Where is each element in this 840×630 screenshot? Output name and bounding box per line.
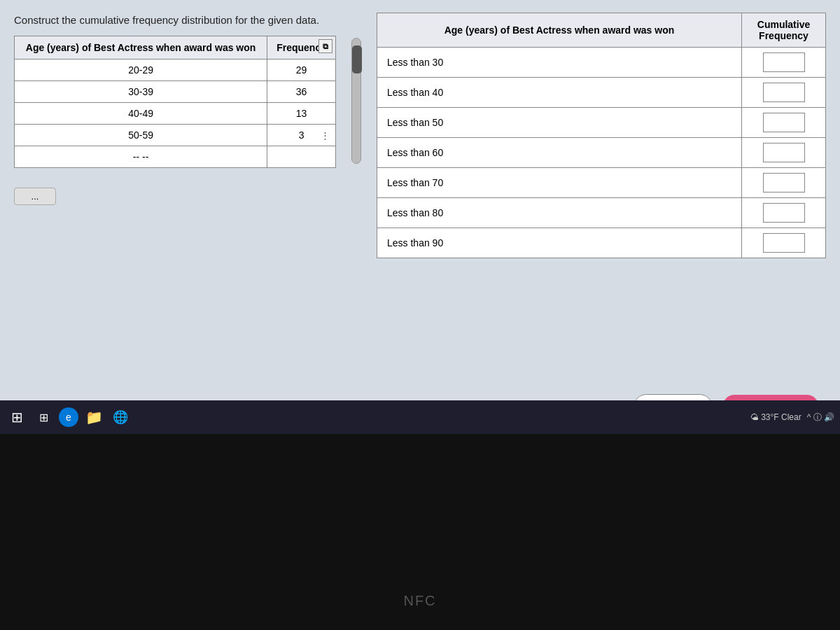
content-area: Construct the cumulative frequency distr… xyxy=(14,13,826,384)
start-button[interactable]: ⊞ xyxy=(6,406,28,428)
search-button[interactable]: ⊞ xyxy=(32,406,55,428)
instruction-text: Construct the cumulative frequency distr… xyxy=(14,13,336,27)
app-icon[interactable]: 🌐 xyxy=(109,406,132,428)
result-table-row: Less than 60 xyxy=(377,138,826,168)
weather-display: 🌤 33°F Clear xyxy=(750,412,802,422)
given-table-header-age: Age (years) of Best Actress when award w… xyxy=(15,36,267,59)
scroll-track[interactable] xyxy=(351,38,361,164)
result-table-row: Less than 30 xyxy=(377,48,826,78)
result-input-cell-4 xyxy=(742,168,826,198)
result-label-0: Less than 30 xyxy=(377,48,742,78)
result-input-cell-6 xyxy=(742,228,826,258)
scroll-thumb xyxy=(352,46,362,74)
cumfreq-input-6[interactable] xyxy=(763,233,805,253)
age-cell-3: 50-59 xyxy=(15,125,267,146)
given-table-header-freq: Frequency ⧉ xyxy=(267,36,336,59)
cumfreq-input-3[interactable] xyxy=(763,143,805,162)
given-table-row: 30-39 36 xyxy=(15,81,336,103)
edge-icon[interactable]: e xyxy=(59,407,78,427)
result-label-2: Less than 50 xyxy=(377,108,742,138)
freq-cell-2: 13 xyxy=(267,103,336,125)
freq-cell-3: 3 ⋮ xyxy=(267,125,336,146)
freq-cell-0: 29 xyxy=(267,59,336,81)
right-panel: Age (years) of Best Actress when award w… xyxy=(377,13,826,384)
copy-icon[interactable]: ⧉ xyxy=(318,39,332,53)
result-input-cell-3 xyxy=(742,138,826,168)
result-table-header-age: Age (years) of Best Actress when award w… xyxy=(377,13,742,48)
main-content: Construct the cumulative frequency distr… xyxy=(0,0,840,434)
divider xyxy=(350,13,363,384)
black-area: NFC xyxy=(0,434,840,630)
taskbar-system-tray: 🌤 33°F Clear ^ ⓘ 🔊 xyxy=(750,412,834,424)
given-table-wrapper: Age (years) of Best Actress when award w… xyxy=(14,36,336,168)
age-cell-0: 20-29 xyxy=(15,59,267,81)
cumfreq-input-5[interactable] xyxy=(763,203,805,223)
result-label-5: Less than 80 xyxy=(377,198,742,228)
result-label-3: Less than 60 xyxy=(377,138,742,168)
taskbar: ⊞ ⊞ e 📁 🌐 🌤 33°F Clear ^ ⓘ 🔊 xyxy=(0,400,840,434)
cumfreq-input-1[interactable] xyxy=(763,83,805,102)
freq-cell-1: 36 xyxy=(267,81,336,103)
result-input-cell-2 xyxy=(742,108,826,138)
result-table-row: Less than 90 xyxy=(377,228,826,258)
given-table-row: -- -- xyxy=(15,146,336,168)
age-cell-2: 40-49 xyxy=(15,103,267,125)
brand-logo: NFC xyxy=(403,593,436,609)
age-cell-4: -- -- xyxy=(15,146,267,168)
cumfreq-input-2[interactable] xyxy=(763,113,805,132)
result-input-cell-0 xyxy=(742,48,826,78)
result-input-cell-5 xyxy=(742,198,826,228)
result-table-row: Less than 80 xyxy=(377,198,826,228)
result-table-row: Less than 50 xyxy=(377,108,826,138)
result-table-row: Less than 40 xyxy=(377,78,826,108)
cumfreq-input-4[interactable] xyxy=(763,173,805,192)
result-label-6: Less than 90 xyxy=(377,228,742,258)
result-label-1: Less than 40 xyxy=(377,78,742,108)
result-input-cell-1 xyxy=(742,78,826,108)
file-explorer-icon[interactable]: 📁 xyxy=(83,406,105,428)
system-icons: ^ ⓘ 🔊 xyxy=(807,412,834,424)
given-table: Age (years) of Best Actress when award w… xyxy=(14,36,336,168)
freq-cell-4 xyxy=(267,146,336,168)
result-label-4: Less than 70 xyxy=(377,168,742,198)
result-table-row: Less than 70 xyxy=(377,168,826,198)
result-table: Age (years) of Best Actress when award w… xyxy=(377,13,826,258)
given-table-row: 40-49 13 xyxy=(15,103,336,125)
dots-icon[interactable]: ⋮ xyxy=(321,130,330,141)
left-panel: Construct the cumulative frequency distr… xyxy=(14,13,336,384)
cumfreq-input-0[interactable] xyxy=(763,52,805,72)
given-table-row: 50-59 3 ⋮ xyxy=(15,125,336,146)
age-cell-1: 30-39 xyxy=(15,81,267,103)
more-options-button[interactable]: ... xyxy=(14,188,56,205)
result-table-header-cumfreq: Cumulative Frequency xyxy=(742,13,826,48)
given-table-row: 20-29 29 xyxy=(15,59,336,81)
